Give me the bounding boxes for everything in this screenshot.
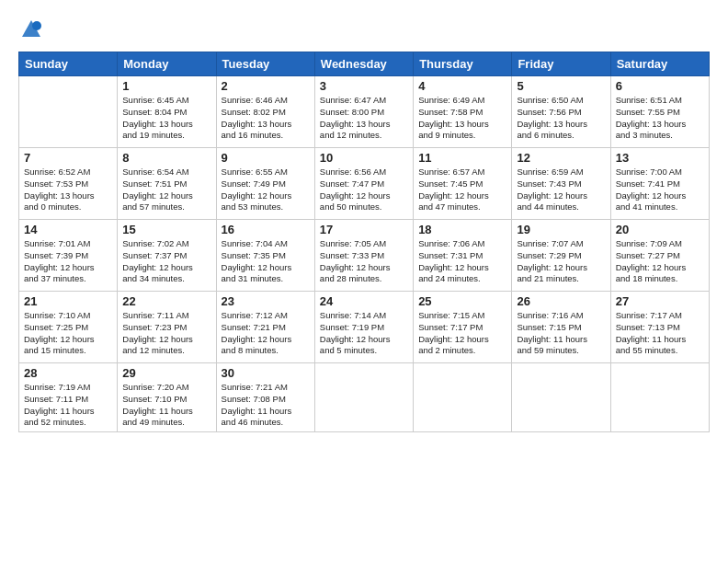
calendar-day-cell: 4Sunrise: 6:49 AM Sunset: 7:58 PM Daylig…: [414, 76, 512, 148]
day-number: 21: [24, 294, 112, 308]
calendar-day-header: Friday: [512, 52, 610, 76]
day-number: 25: [418, 294, 506, 308]
day-number: 2: [222, 79, 310, 93]
day-number: 18: [418, 223, 506, 236]
calendar-day-cell: 17Sunrise: 7:05 AM Sunset: 7:33 PM Dayli…: [314, 220, 413, 292]
calendar-day-header: Tuesday: [216, 52, 314, 76]
day-number: 15: [122, 223, 210, 236]
day-number: 19: [517, 223, 605, 236]
day-info: Sunrise: 7:21 AM Sunset: 7:08 PM Dayligh…: [222, 382, 310, 429]
calendar-week-row: 7Sunrise: 6:52 AM Sunset: 7:53 PM Daylig…: [19, 148, 710, 220]
day-info: Sunrise: 7:01 AM Sunset: 7:39 PM Dayligh…: [24, 238, 112, 285]
calendar-day-cell: [19, 76, 118, 148]
day-number: 3: [320, 79, 408, 93]
calendar-day-cell: 25Sunrise: 7:15 AM Sunset: 7:17 PM Dayli…: [414, 292, 512, 363]
day-number: 12: [517, 151, 605, 165]
calendar-day-cell: 14Sunrise: 7:01 AM Sunset: 7:39 PM Dayli…: [19, 220, 118, 292]
calendar-day-cell: 10Sunrise: 6:56 AM Sunset: 7:47 PM Dayli…: [314, 148, 413, 220]
day-info: Sunrise: 7:06 AM Sunset: 7:31 PM Dayligh…: [418, 238, 506, 285]
day-info: Sunrise: 7:15 AM Sunset: 7:17 PM Dayligh…: [418, 310, 506, 357]
day-number: 9: [222, 151, 310, 165]
day-number: 24: [320, 294, 408, 308]
calendar-day-cell: 9Sunrise: 6:55 AM Sunset: 7:49 PM Daylig…: [216, 148, 314, 220]
day-number: 1: [122, 79, 210, 93]
calendar-day-header: Monday: [118, 52, 216, 76]
calendar-day-cell: 21Sunrise: 7:10 AM Sunset: 7:25 PM Dayli…: [19, 292, 118, 363]
day-number: 20: [616, 223, 704, 236]
day-number: 29: [122, 366, 210, 380]
svg-point-2: [32, 21, 41, 30]
header: [18, 17, 710, 42]
day-info: Sunrise: 7:02 AM Sunset: 7:37 PM Dayligh…: [122, 238, 210, 285]
day-info: Sunrise: 6:52 AM Sunset: 7:53 PM Dayligh…: [24, 167, 112, 213]
calendar-day-cell: 15Sunrise: 7:02 AM Sunset: 7:37 PM Dayli…: [118, 220, 216, 292]
calendar-header-row: SundayMondayTuesdayWednesdayThursdayFrid…: [19, 52, 710, 76]
day-number: 13: [616, 151, 704, 165]
day-info: Sunrise: 7:05 AM Sunset: 7:33 PM Dayligh…: [320, 238, 408, 285]
day-number: 10: [320, 151, 408, 165]
calendar-day-cell: 23Sunrise: 7:12 AM Sunset: 7:21 PM Dayli…: [216, 292, 314, 363]
day-info: Sunrise: 6:50 AM Sunset: 7:56 PM Dayligh…: [517, 95, 605, 142]
day-number: 5: [517, 79, 605, 93]
day-info: Sunrise: 6:54 AM Sunset: 7:51 PM Dayligh…: [122, 167, 210, 213]
calendar-day-cell: 16Sunrise: 7:04 AM Sunset: 7:35 PM Dayli…: [216, 220, 314, 292]
day-info: Sunrise: 7:16 AM Sunset: 7:15 PM Dayligh…: [517, 310, 605, 357]
day-number: 14: [24, 223, 112, 236]
day-info: Sunrise: 6:46 AM Sunset: 8:02 PM Dayligh…: [222, 95, 310, 142]
calendar-day-cell: [610, 363, 709, 432]
logo-icon: [18, 17, 44, 42]
day-number: 8: [122, 151, 210, 165]
calendar-day-cell: 8Sunrise: 6:54 AM Sunset: 7:51 PM Daylig…: [118, 148, 216, 220]
day-info: Sunrise: 7:09 AM Sunset: 7:27 PM Dayligh…: [616, 238, 704, 285]
day-number: 7: [24, 151, 112, 165]
day-number: 26: [517, 294, 605, 308]
day-number: 23: [222, 294, 310, 308]
calendar-day-cell: 24Sunrise: 7:14 AM Sunset: 7:19 PM Dayli…: [314, 292, 413, 363]
day-info: Sunrise: 7:17 AM Sunset: 7:13 PM Dayligh…: [616, 310, 704, 357]
day-info: Sunrise: 7:12 AM Sunset: 7:21 PM Dayligh…: [222, 310, 310, 357]
calendar-day-cell: 1Sunrise: 6:45 AM Sunset: 8:04 PM Daylig…: [118, 76, 216, 148]
day-number: 30: [222, 366, 310, 380]
day-info: Sunrise: 7:04 AM Sunset: 7:35 PM Dayligh…: [222, 238, 310, 285]
calendar-table: SundayMondayTuesdayWednesdayThursdayFrid…: [18, 52, 710, 432]
calendar-day-header: Thursday: [414, 52, 512, 76]
day-number: 4: [418, 79, 506, 93]
calendar-day-cell: 30Sunrise: 7:21 AM Sunset: 7:08 PM Dayli…: [216, 363, 314, 432]
calendar-day-cell: 12Sunrise: 6:59 AM Sunset: 7:43 PM Dayli…: [512, 148, 610, 220]
day-number: 28: [24, 366, 112, 380]
day-info: Sunrise: 7:20 AM Sunset: 7:10 PM Dayligh…: [122, 382, 210, 429]
day-info: Sunrise: 6:49 AM Sunset: 7:58 PM Dayligh…: [418, 95, 506, 142]
day-info: Sunrise: 7:00 AM Sunset: 7:41 PM Dayligh…: [616, 167, 704, 213]
page: SundayMondayTuesdayWednesdayThursdayFrid…: [0, 0, 728, 563]
day-number: 6: [616, 79, 704, 93]
day-number: 11: [418, 151, 506, 165]
day-number: 17: [320, 223, 408, 236]
calendar-day-header: Sunday: [19, 52, 118, 76]
calendar-week-row: 28Sunrise: 7:19 AM Sunset: 7:11 PM Dayli…: [19, 363, 710, 432]
calendar-day-cell: 13Sunrise: 7:00 AM Sunset: 7:41 PM Dayli…: [610, 148, 709, 220]
calendar-day-cell: 27Sunrise: 7:17 AM Sunset: 7:13 PM Dayli…: [610, 292, 709, 363]
calendar-day-cell: [314, 363, 413, 432]
calendar-day-cell: 18Sunrise: 7:06 AM Sunset: 7:31 PM Dayli…: [414, 220, 512, 292]
day-info: Sunrise: 6:56 AM Sunset: 7:47 PM Dayligh…: [320, 167, 408, 213]
calendar-day-header: Saturday: [610, 52, 709, 76]
calendar-day-cell: 29Sunrise: 7:20 AM Sunset: 7:10 PM Dayli…: [118, 363, 216, 432]
day-info: Sunrise: 6:57 AM Sunset: 7:45 PM Dayligh…: [418, 167, 506, 213]
calendar-week-row: 1Sunrise: 6:45 AM Sunset: 8:04 PM Daylig…: [19, 76, 710, 148]
day-info: Sunrise: 6:59 AM Sunset: 7:43 PM Dayligh…: [517, 167, 605, 213]
day-number: 22: [122, 294, 210, 308]
day-number: 27: [616, 294, 704, 308]
calendar-day-cell: 22Sunrise: 7:11 AM Sunset: 7:23 PM Dayli…: [118, 292, 216, 363]
calendar-day-cell: 19Sunrise: 7:07 AM Sunset: 7:29 PM Dayli…: [512, 220, 610, 292]
calendar-day-cell: 2Sunrise: 6:46 AM Sunset: 8:02 PM Daylig…: [216, 76, 314, 148]
calendar-day-cell: [512, 363, 610, 432]
calendar-day-cell: 3Sunrise: 6:47 AM Sunset: 8:00 PM Daylig…: [314, 76, 413, 148]
calendar-week-row: 14Sunrise: 7:01 AM Sunset: 7:39 PM Dayli…: [19, 220, 710, 292]
calendar-day-cell: 5Sunrise: 6:50 AM Sunset: 7:56 PM Daylig…: [512, 76, 610, 148]
calendar-day-cell: [414, 363, 512, 432]
day-info: Sunrise: 6:51 AM Sunset: 7:55 PM Dayligh…: [616, 95, 704, 142]
day-info: Sunrise: 6:47 AM Sunset: 8:00 PM Dayligh…: [320, 95, 408, 142]
calendar-day-cell: 7Sunrise: 6:52 AM Sunset: 7:53 PM Daylig…: [19, 148, 118, 220]
calendar-day-cell: 20Sunrise: 7:09 AM Sunset: 7:27 PM Dayli…: [610, 220, 709, 292]
day-info: Sunrise: 6:45 AM Sunset: 8:04 PM Dayligh…: [122, 95, 210, 142]
